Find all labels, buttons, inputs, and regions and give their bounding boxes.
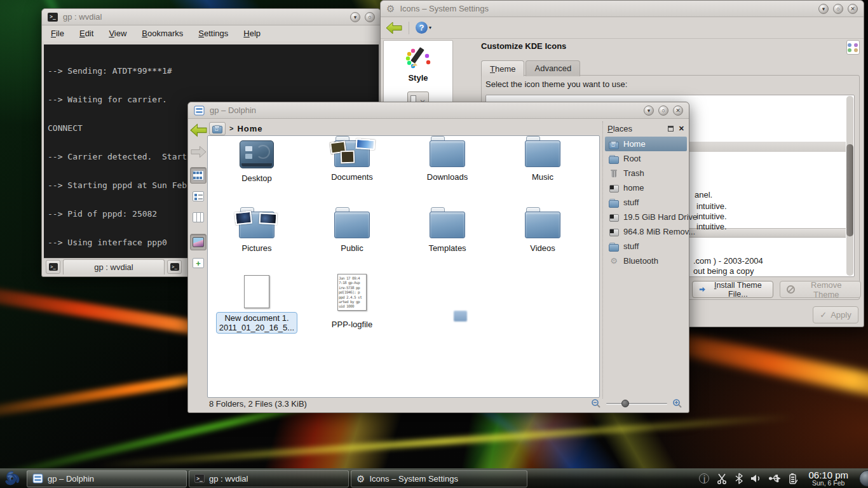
theme-list-text: intuitive. <box>696 222 727 231</box>
battery-icon[interactable] <box>789 473 797 484</box>
back-button[interactable] <box>386 21 402 35</box>
overview-icon[interactable] <box>846 40 860 55</box>
place-item-home[interactable]: Home <box>605 137 687 151</box>
file-item[interactable]: Public <box>308 212 397 253</box>
folder-icon <box>525 140 560 167</box>
place-item-stuff2[interactable]: stuff <box>605 239 687 254</box>
stray-thumbnail <box>454 311 467 322</box>
clock[interactable]: 06:10 pm Sun, 6 Feb <box>808 470 848 487</box>
scrollbar-track[interactable] <box>846 96 853 276</box>
tab-advanced[interactable]: Advanced <box>526 60 580 76</box>
bluetooth-icon[interactable] <box>735 473 743 484</box>
breadcrumb-current[interactable]: Home <box>237 124 262 133</box>
place-item-home-drive[interactable]: home <box>605 180 687 195</box>
close-button[interactable]: ✕ <box>848 4 858 14</box>
forward-button[interactable] <box>191 145 207 159</box>
gear-icon: ⚙ <box>609 256 619 266</box>
dolphin-titlebar[interactable]: gp – Dolphin ▾ ○ ✕ <box>188 102 689 119</box>
zoom-slider-knob[interactable] <box>621 400 629 407</box>
settings-titlebar[interactable]: ⚙ Icons – System Settings ▾ ○ ✕ <box>381 1 864 17</box>
tab-theme[interactable]: Theme <box>481 60 524 76</box>
scrollbar-thumb[interactable] <box>846 144 853 236</box>
menu-view[interactable]: View <box>109 29 126 38</box>
new-tab-button[interactable]: >_ <box>46 260 60 274</box>
folder-icon <box>609 198 619 208</box>
file-item[interactable]: Desktop <box>212 140 301 183</box>
float-panel-icon[interactable] <box>668 126 674 132</box>
desktop: { "terminal": { "title": "gp : wvdial", … <box>0 0 868 488</box>
minimize-button[interactable]: ▾ <box>818 4 829 14</box>
breadcrumb-separator: > <box>229 125 233 132</box>
file-item[interactable]: Templates <box>403 212 492 253</box>
close-panel-icon[interactable]: ✕ <box>679 125 684 133</box>
volume-icon[interactable] <box>750 473 762 484</box>
chevron-down-icon: ▾ <box>429 25 431 30</box>
terminal-titlebar[interactable]: >_ gp : wvdial ▾ ○ <box>42 9 381 25</box>
maximize-button[interactable]: ○ <box>365 12 375 22</box>
place-item-removable[interactable]: 964.8 MiB Remov... <box>605 224 687 239</box>
tab-list-button[interactable]: >_ <box>167 260 182 274</box>
panel-cashew-icon[interactable] <box>859 470 868 487</box>
maximize-button[interactable]: ○ <box>833 4 843 14</box>
remove-theme-button[interactable]: Remove Theme <box>780 281 861 298</box>
task-system-settings[interactable]: ⚙ Icons – System Settings <box>351 470 527 487</box>
wallpaper-streak <box>96 414 794 469</box>
hard-drive-icon <box>609 227 619 237</box>
dolphin-window-title: gp – Dolphin <box>210 105 256 115</box>
menu-edit[interactable]: Edit <box>79 29 93 38</box>
dolphin-toolbar: + <box>189 123 208 271</box>
details-view-button[interactable] <box>190 188 207 205</box>
maximize-button[interactable]: ○ <box>658 105 668 116</box>
place-item-hard-drive[interactable]: 19.5 GiB Hard Drive <box>605 210 687 224</box>
task-dolphin[interactable]: gp – Dolphin <box>27 470 187 487</box>
file-item-selected[interactable]: New document 1. 2011_01_20_16_5... <box>212 275 301 334</box>
icons-view-button[interactable] <box>190 167 207 184</box>
place-item-root[interactable]: Root <box>605 151 687 166</box>
breadcrumb: > Home <box>209 121 263 136</box>
theme-list-text: intuitive. <box>696 212 727 221</box>
menu-bookmarks[interactable]: Bookmarks <box>142 29 183 38</box>
sidebar-item-style[interactable]: Style <box>384 41 452 83</box>
file-item[interactable]: Documents <box>308 140 397 182</box>
place-item-trash[interactable]: Trash <box>605 166 687 180</box>
apply-button[interactable]: ✓ Apply <box>813 306 858 323</box>
zoom-out-icon[interactable] <box>591 398 601 409</box>
help-icon: ? <box>416 22 428 34</box>
klipper-scissors-icon[interactable] <box>716 473 728 484</box>
place-item-stuff[interactable]: stuff <box>605 195 687 210</box>
dolphin-statusbar: 8 Folders, 2 Files (3.3 KiB) <box>209 397 682 410</box>
minimize-button[interactable]: ▾ <box>350 12 360 22</box>
back-button[interactable] <box>190 123 207 138</box>
minimize-button[interactable]: ▾ <box>644 105 654 116</box>
split-view-button[interactable]: + <box>190 255 207 271</box>
file-item[interactable]: Music <box>498 140 587 182</box>
terminal-tab[interactable]: gp : wvdial <box>63 259 165 274</box>
breadcrumb-home-button[interactable] <box>209 122 226 135</box>
terminal-icon: >_ <box>194 474 205 483</box>
menu-settings[interactable]: Settings <box>198 29 228 38</box>
usb-icon[interactable] <box>769 473 782 484</box>
launcher-button[interactable] <box>1 469 23 488</box>
file-item[interactable]: Videos <box>498 212 587 253</box>
zoom-in-icon[interactable] <box>672 398 682 409</box>
file-item[interactable]: Pictures <box>212 212 301 253</box>
help-button[interactable]: ? ▾ <box>416 22 431 34</box>
menu-help[interactable]: Help <box>243 29 261 38</box>
preview-button[interactable] <box>190 234 207 250</box>
place-item-bluetooth[interactable]: ⚙ Bluetooth <box>605 254 687 268</box>
task-wvdial[interactable]: >_ gp : wvdial <box>189 470 349 487</box>
places-panel: Places ✕ Home Root Trash home stuff <box>602 121 687 398</box>
zoom-slider[interactable] <box>606 399 667 408</box>
details-view-icon <box>193 191 204 201</box>
split-view-icon: + <box>193 258 204 268</box>
gear-icon: ⚙ <box>386 4 395 13</box>
install-theme-button[interactable]: Install Theme File... <box>692 281 773 298</box>
menu-file[interactable]: File <box>51 29 64 38</box>
theme-list-text: intuitive. <box>696 201 727 211</box>
columns-view-button[interactable] <box>190 209 207 226</box>
info-icon[interactable]: i <box>699 473 709 484</box>
file-item[interactable]: Downloads <box>403 140 492 182</box>
file-item[interactable]: Jan 17 09:4 7:18 gp-Asp ire-5738 pp pd[1… <box>308 274 397 329</box>
close-button[interactable]: ✕ <box>673 105 683 116</box>
no-entry-icon <box>787 285 795 294</box>
